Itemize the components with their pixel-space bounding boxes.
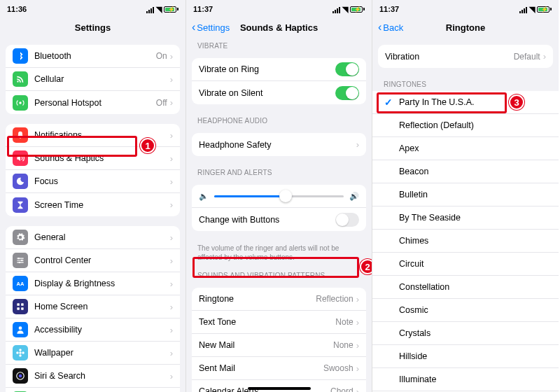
speaker-low-icon: 🔈 bbox=[199, 192, 209, 201]
ringtone-label: Hillside bbox=[399, 351, 552, 361]
chevron-right-icon: › bbox=[170, 232, 173, 243]
back-button[interactable]: ‹Settings bbox=[192, 22, 230, 33]
ringtone-apex[interactable]: Apex bbox=[372, 137, 559, 160]
ringtone-chimes[interactable]: Chimes bbox=[372, 230, 559, 253]
battery-icon: ⚡ bbox=[350, 6, 365, 13]
row-label: Cellular bbox=[34, 74, 170, 84]
checkmark-icon: ✓ bbox=[382, 97, 395, 108]
ringtone-hillside[interactable]: Hillside bbox=[372, 345, 559, 368]
row-sent-mail[interactable]: Sent MailSwoosh› bbox=[192, 357, 366, 380]
row-personal-hotspot[interactable]: Personal HotspotOff› bbox=[6, 91, 180, 114]
ringtone-list[interactable]: Vibration Default › RINGTONES ✓Party In … bbox=[372, 39, 559, 392]
row-sounds-haptics[interactable]: Sounds & Haptics› bbox=[6, 147, 180, 170]
chevron-right-icon: › bbox=[170, 302, 173, 312]
row-notifications[interactable]: Notifications› bbox=[6, 124, 180, 147]
clock: 11:36 bbox=[7, 5, 27, 13]
home-indicator bbox=[248, 387, 311, 390]
row-label: Display & Brightness bbox=[34, 279, 170, 288]
clock: 11:37 bbox=[193, 5, 213, 13]
ringtone-party-in-the-u-s-a-[interactable]: ✓Party In The U.S.A. bbox=[372, 91, 559, 114]
cellular-icon bbox=[13, 71, 28, 87]
row-ringtone[interactable]: RingtoneReflection› bbox=[192, 288, 366, 311]
chevron-right-icon: › bbox=[356, 139, 359, 150]
battery-icon: ⚡ bbox=[537, 6, 552, 13]
row-label: Focus bbox=[34, 176, 170, 186]
chevron-right-icon: › bbox=[170, 279, 173, 289]
row-siri-search[interactable]: Siri & Search› bbox=[6, 365, 180, 388]
sliders-icon bbox=[13, 253, 28, 268]
chevron-right-icon: › bbox=[170, 325, 173, 335]
row-vibration[interactable]: Vibration Default › bbox=[378, 45, 553, 68]
bluetooth-icon bbox=[13, 48, 28, 64]
row-label: Text Tone bbox=[199, 317, 335, 327]
toggle-vibrate-silent[interactable] bbox=[335, 86, 359, 100]
row-label: Bluetooth bbox=[34, 51, 156, 61]
row-label: Control Center bbox=[34, 255, 170, 265]
speaker-high-icon: 🔊 bbox=[349, 192, 359, 201]
row-focus[interactable]: Focus› bbox=[6, 170, 180, 193]
row-label: Sounds & Haptics bbox=[34, 153, 170, 163]
row-wallpaper[interactable]: Wallpaper› bbox=[6, 342, 180, 365]
ringtone-circuit[interactable]: Circuit bbox=[372, 253, 559, 276]
row-vibrate-ring[interactable]: Vibrate on Ring bbox=[192, 58, 366, 81]
row-value: None bbox=[333, 340, 354, 350]
settings-list[interactable]: BluetoothOn›Cellular›Personal HotspotOff… bbox=[0, 39, 186, 392]
row-home-screen[interactable]: Home Screen› bbox=[6, 295, 180, 318]
row-display-brightness[interactable]: Display & Brightness› bbox=[6, 272, 180, 295]
row-bluetooth[interactable]: BluetoothOn› bbox=[6, 45, 180, 68]
chevron-right-icon: › bbox=[543, 51, 546, 62]
row-calendar-alerts[interactable]: Calendar AlertsChord› bbox=[192, 380, 366, 392]
ringtone-by-the-seaside[interactable]: By The Seaside bbox=[372, 206, 559, 230]
grid-icon bbox=[13, 299, 28, 314]
chevron-right-icon: › bbox=[356, 317, 359, 328]
row-accessibility[interactable]: Accessibility› bbox=[6, 318, 180, 342]
row-text-tone[interactable]: Text ToneNote› bbox=[192, 311, 366, 334]
ringtone-cosmic[interactable]: Cosmic bbox=[372, 299, 559, 322]
ringtone-label: Crystals bbox=[399, 328, 552, 338]
speaker-icon bbox=[13, 150, 28, 166]
page-title: Sounds & Haptics bbox=[240, 22, 318, 33]
chevron-right-icon: › bbox=[170, 255, 173, 266]
row-label: Siri & Search bbox=[34, 371, 170, 381]
chevron-right-icon: › bbox=[356, 340, 359, 351]
ringtone-reflection-default-[interactable]: Reflection (Default) bbox=[372, 114, 559, 137]
row-label: Wallpaper bbox=[34, 348, 170, 358]
row-general[interactable]: General› bbox=[6, 226, 180, 249]
toggle-vibrate-ring[interactable] bbox=[335, 62, 359, 76]
row-screen-time[interactable]: Screen Time› bbox=[6, 193, 180, 216]
ringtone-constellation[interactable]: Constellation bbox=[372, 276, 559, 299]
toggle-change-buttons[interactable] bbox=[335, 213, 359, 227]
row-new-mail[interactable]: New MailNone› bbox=[192, 334, 366, 357]
row-value: On bbox=[156, 51, 167, 61]
flower-icon bbox=[13, 345, 28, 360]
phone-ringtone: 11:37 ◥ ⚡ ‹Back Ringtone Vibration Defau… bbox=[372, 0, 559, 392]
row-control-center[interactable]: Control Center› bbox=[6, 249, 180, 272]
ringtone-beacon[interactable]: Beacon bbox=[372, 160, 559, 183]
ringer-footnote: The volume of the ringer and alerts will… bbox=[186, 241, 372, 262]
row-label: Screen Time bbox=[34, 200, 170, 210]
row-cellular[interactable]: Cellular› bbox=[6, 68, 180, 91]
bell-icon bbox=[13, 127, 28, 143]
sounds-list[interactable]: VIBRATE Vibrate on Ring Vibrate on Silen… bbox=[186, 39, 372, 392]
aa-icon bbox=[13, 276, 28, 291]
chevron-right-icon: › bbox=[170, 74, 173, 85]
nav-bar: Settings bbox=[0, 15, 186, 39]
row-change-with-buttons[interactable]: Change with Buttons bbox=[192, 208, 366, 231]
clock: 11:37 bbox=[379, 5, 399, 13]
ringtone-illuminate[interactable]: Illuminate bbox=[372, 368, 559, 391]
ringtone-crystals[interactable]: Crystals bbox=[372, 322, 559, 345]
row-headphone-safety[interactable]: Headphone Safety › bbox=[192, 133, 366, 156]
status-bar: 11:37 ◥ ⚡ bbox=[372, 0, 559, 15]
battery-icon: ⚡ bbox=[164, 6, 178, 13]
volume-slider[interactable] bbox=[214, 195, 344, 197]
chevron-right-icon: › bbox=[170, 51, 173, 62]
wifi-icon: ◥ bbox=[342, 5, 348, 14]
ringtone-bulletin[interactable]: Bulletin bbox=[372, 183, 559, 206]
nav-bar: ‹Settings Sounds & Haptics bbox=[186, 15, 372, 39]
wifi-icon: ◥ bbox=[529, 5, 535, 14]
ringtone-label: By The Seaside bbox=[399, 213, 552, 223]
row-face-id-passcode[interactable]: Face ID & Passcode› bbox=[6, 388, 180, 392]
row-value: Reflection bbox=[316, 294, 353, 304]
back-button[interactable]: ‹Back bbox=[378, 22, 403, 33]
row-vibrate-silent[interactable]: Vibrate on Silent bbox=[192, 81, 366, 104]
